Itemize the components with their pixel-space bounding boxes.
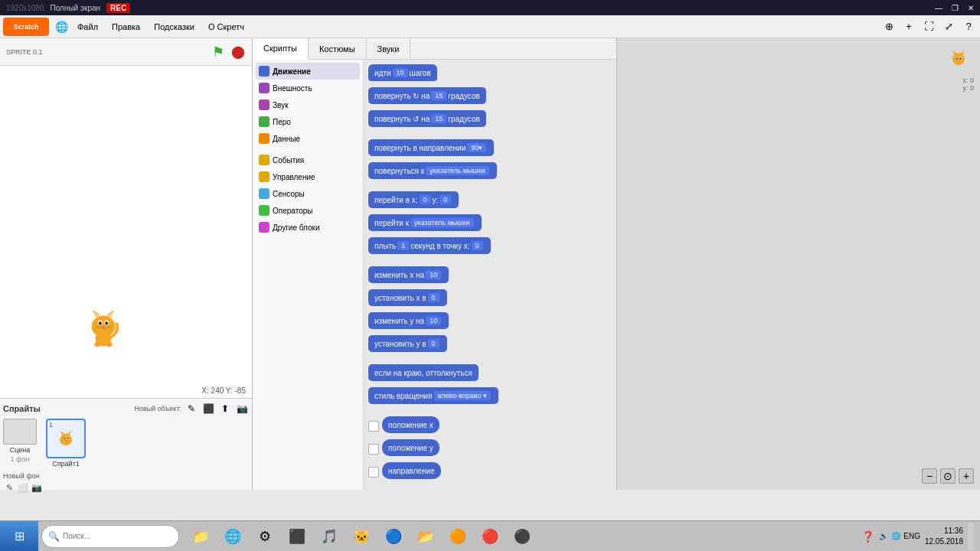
tab-sounds[interactable]: Звуки (367, 38, 411, 59)
gap3 (368, 260, 612, 266)
upload-sprite-btn[interactable]: ⬆ (218, 402, 232, 416)
block-point-dir[interactable]: повернуть в направлении 90▾ (368, 139, 612, 159)
taskbar-search[interactable]: 🔍 (41, 525, 179, 548)
title-bar-right[interactable]: — ❐ ✕ (935, 4, 980, 12)
show-desktop-btn[interactable] (968, 523, 974, 550)
block-change-y[interactable]: изменить у на 10 (368, 312, 612, 332)
zoom-reset-btn[interactable]: ⊙ (940, 468, 956, 484)
help-icon[interactable]: ? (960, 18, 977, 35)
cat-control[interactable]: Управление (256, 168, 360, 185)
cat-events[interactable]: События (256, 152, 360, 168)
block-x-position[interactable]: положение х (382, 416, 439, 433)
block-if-edge[interactable]: если на краю, оттолкнуться (368, 364, 612, 384)
block-change-y-inner[interactable]: изменить у на 10 (368, 312, 449, 329)
block-turn-right-inner[interactable]: повернуть ↻ на 15 градусов (368, 87, 486, 104)
paint-bg-btn[interactable]: ✎ (3, 481, 15, 494)
taskbar-icon-app3[interactable]: ⚫ (507, 521, 537, 552)
block-x-position-check[interactable] (368, 421, 379, 432)
block-move-inner[interactable]: идти 10 шагов (368, 64, 437, 81)
copy-icon[interactable]: ⊕ (880, 18, 897, 35)
sprite1-item[interactable]: 1 (46, 419, 86, 468)
block-y-position-check[interactable] (368, 444, 379, 455)
scene-item[interactable]: Сцена 1 фон (3, 419, 37, 468)
taskbar-icon-app2[interactable]: 🔴 (475, 521, 505, 552)
taskbar-icon-edge[interactable]: 🌐 (217, 521, 248, 552)
minimize-btn[interactable]: — (935, 4, 942, 12)
block-turn-left[interactable]: повернуть ↺ на 15 градусов (368, 110, 612, 130)
cat-operators[interactable]: Операторы (256, 202, 360, 219)
block-glide[interactable]: плыть 1 секунд в точку х: 0 (368, 237, 612, 257)
gap5 (368, 410, 612, 416)
block-if-edge-inner[interactable]: если на краю, оттолкнуться (368, 364, 479, 381)
taskbar-icon-filemanager[interactable]: 📁 (185, 521, 216, 552)
svg-point-20 (61, 434, 71, 444)
block-set-y[interactable]: установить у в 0 (368, 335, 612, 355)
block-turn-left-inner[interactable]: повернуть ↺ на 15 градусов (368, 110, 486, 127)
tab-costumes[interactable]: Костюмы (309, 38, 367, 59)
cat-sensing[interactable]: Сенсоры (256, 185, 360, 202)
block-point-dir-inner[interactable]: повернуть в направлении 90▾ (368, 139, 494, 156)
cat-looks[interactable]: Внешность (256, 80, 360, 96)
block-direction[interactable]: направление (382, 462, 441, 479)
block-point-towards[interactable]: повернуться к указатель мышки (368, 162, 612, 182)
cat-pen[interactable]: Перо (256, 113, 360, 130)
svg-point-33 (956, 57, 958, 59)
svg-point-25 (64, 437, 65, 439)
block-change-x-inner[interactable]: изменить х на 10 (368, 266, 449, 283)
cat-motion[interactable]: Движение (256, 63, 360, 80)
zoom-in-btn[interactable]: + (959, 468, 974, 484)
scratch-main: SPRITE 0.1 ⚑ ⬤ (0, 38, 980, 490)
block-glide-inner[interactable]: плыть 1 секунд в точку х: 0 (368, 237, 491, 254)
language-icon[interactable]: 🌐 (55, 21, 68, 33)
block-point-towards-inner[interactable]: повернуться к указатель мышки (368, 162, 497, 179)
tab-scripts[interactable]: Скрипты (253, 38, 309, 60)
block-y-position[interactable]: положение у (382, 439, 439, 456)
camera-bg-btn[interactable]: 📷 (31, 481, 43, 494)
block-set-x-inner[interactable]: установить х в 0 (368, 289, 447, 306)
landscape-bg-btn[interactable]: ⬜ (17, 481, 29, 494)
block-rotation-style[interactable]: стиль вращения влево-вправо ▾ (368, 387, 612, 407)
svg-point-27 (65, 439, 66, 440)
search-input[interactable] (63, 532, 172, 540)
taskbar-icon-browser[interactable]: 🔵 (378, 521, 409, 552)
start-button[interactable]: ⊞ (0, 521, 38, 552)
menu-about[interactable]: О Скретч (202, 20, 250, 34)
fullscreen-icon[interactable]: ⛶ (920, 18, 937, 35)
block-goto[interactable]: перейти к указатель мышки (368, 214, 612, 234)
stamp-sprite-btn[interactable]: ⬛ (201, 402, 215, 416)
taskbar-icon-media[interactable]: 🎵 (314, 521, 345, 552)
help-systray-icon[interactable]: ❓ (861, 530, 874, 543)
cat-data[interactable]: Данные (256, 130, 360, 147)
block-goto-xy[interactable]: перейти в x: 0 y: 0 (368, 191, 612, 211)
stop-btn[interactable]: ⬤ (230, 44, 246, 60)
block-direction-check[interactable] (368, 467, 379, 478)
close-btn[interactable]: ✕ (968, 4, 974, 12)
menu-file[interactable]: Файл (71, 20, 104, 34)
resize-icon[interactable]: ⤢ (940, 18, 957, 35)
taskbar-icon-settings[interactable]: ⚙ (250, 521, 280, 552)
taskbar-icon-cmd[interactable]: ⬛ (282, 521, 312, 552)
block-set-x[interactable]: установить х в 0 (368, 289, 612, 309)
menu-hints[interactable]: Подсказки (148, 20, 201, 34)
block-goto-xy-inner[interactable]: перейти в x: 0 y: 0 (368, 191, 459, 208)
paint-sprite-btn[interactable]: ✎ (185, 402, 198, 416)
block-move[interactable]: идти 10 шагов (368, 64, 612, 84)
block-set-y-inner[interactable]: установить у в 0 (368, 335, 447, 352)
block-turn-right[interactable]: повернуть ↻ на 15 градусов (368, 87, 612, 107)
taskbar-icon-scratch[interactable]: 🐱 (346, 521, 377, 552)
block-goto-inner[interactable]: перейти к указатель мышки (368, 214, 482, 231)
stage-cat-sprite (77, 297, 130, 352)
sprite1-num: 1 (49, 421, 53, 429)
taskbar-icon-folder2[interactable]: 📂 (410, 521, 441, 552)
add-icon[interactable]: + (900, 18, 917, 35)
block-rotation-style-inner[interactable]: стиль вращения влево-вправо ▾ (368, 387, 498, 404)
menu-edit[interactable]: Правка (106, 20, 146, 34)
maximize-btn[interactable]: ❐ (952, 4, 959, 12)
cat-sound[interactable]: Звук (256, 96, 360, 113)
zoom-out-btn[interactable]: − (922, 468, 937, 484)
cat-more-blocks[interactable]: Другие блоки (256, 219, 360, 236)
green-flag-btn[interactable]: ⚑ (211, 44, 226, 60)
camera-sprite-btn[interactable]: 📷 (235, 402, 249, 416)
block-change-x[interactable]: изменить х на 10 (368, 266, 612, 286)
taskbar-icon-app1[interactable]: 🟠 (443, 521, 473, 552)
